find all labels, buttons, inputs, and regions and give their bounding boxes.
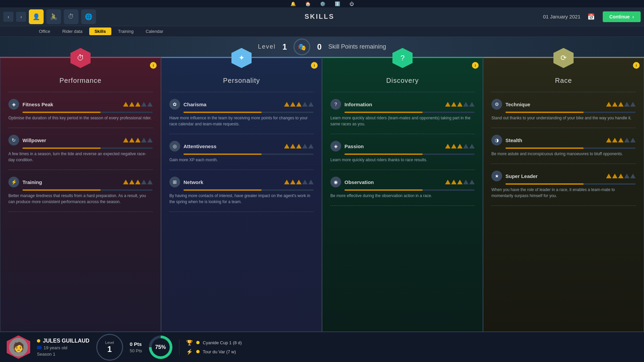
player-avatar-hex: 🎭 [293,39,310,55]
progress-value: 75% [152,338,170,356]
super-leader-name: Super Leader [505,173,603,179]
card-performance: ⏱ i Performance ◈ Fitness Peak Optimise … [0,57,161,332]
nav-date: 01 January 2021 [543,14,581,19]
home-icon[interactable]: 🏠 [305,1,311,6]
level-circle: Level 1 [96,334,123,361]
super-leader-icon: ★ [491,171,502,181]
player-avatar: 🧑 [9,338,28,357]
player-info: JULES GUILLAUD 19 years old Season 1 [37,338,90,357]
races-section: 🏆 Cyanide Cup 1 (8 d) ⚡ Tour du Var (7 w… [179,340,637,355]
skills-grid: ⏱ i Performance ◈ Fitness Peak Optimise … [0,57,644,332]
charisma-stars [284,102,314,107]
level-banner: Level 1 🎭 0 Skill Points remaining [0,37,644,57]
card-personality: ✦ i Personality ✿ Charisma Have more inf… [161,57,322,332]
power-icon[interactable]: ⏻ [350,1,354,6]
continue-label: Continue [609,14,630,19]
willpower-name: Willpower [22,137,120,143]
training-desc: Better manage tiredness that results fro… [8,193,153,205]
nav-back[interactable]: ‹ [3,12,13,22]
attentiveness-name: Attentiveness [183,143,281,149]
top-bar: 🔔 🏠 ⚙️ ℹ️ ⏻ [0,0,644,7]
skill-observation: ◉ Observation Be more effective during t… [330,173,475,202]
tab-rider-data[interactable]: Rider data [57,27,88,35]
charisma-icon: ✿ [169,99,180,110]
personality-info-btn[interactable]: i [311,62,318,69]
technique-stars [606,102,636,107]
player-age: 19 years old [37,345,90,350]
skill-information: ? Information Learn more quickly about r… [330,96,475,130]
tab-calendar[interactable]: Calendar [140,27,169,35]
skill-willpower: ↻ Willpower A few times in a season, tur… [8,131,153,166]
personality-title: Personality [169,77,314,84]
technique-icon: ⚙ [491,99,502,110]
continue-button[interactable]: Continue › [603,11,641,22]
race-info-btn[interactable]: i [633,62,640,69]
skill-stealth: ◑ Stealth Be more astute and inconspicuo… [491,131,636,160]
race-label-1: Cyanide Cup 1 (8 d) [203,340,242,345]
trophy-icon: 🏆 [186,340,193,346]
fitness-peak-icon: ◈ [8,99,19,110]
bell-icon[interactable]: 🔔 [290,1,296,6]
nav-icon-riders[interactable]: 🚴 [46,9,61,24]
nav-icon-clock[interactable]: ⏱ [64,9,78,24]
nav-bar: ‹ › 👤 🚴 ⏱ 🌐 SKILLS 01 January 2021 📅 Con… [0,7,644,26]
passion-name: Passion [344,143,442,149]
passion-icon: ◈ [330,141,341,152]
charisma-name: Charisma [183,102,281,107]
observation-name: Observation [344,179,442,185]
performance-info-btn[interactable]: i [150,62,157,69]
card-race: ⟳ i Race ⚙ Technique Stand out thanks to… [483,57,644,332]
calendar-icon[interactable]: 📅 [587,13,595,20]
training-icon: ⚡ [8,177,19,187]
flag-icon [37,346,42,349]
willpower-icon: ↻ [8,135,19,145]
discovery-info-btn[interactable]: i [472,62,479,69]
training-stars [123,180,153,184]
super-leader-stars [606,174,636,178]
race-item-1: 🏆 Cyanide Cup 1 (8 d) [186,340,637,346]
attentiveness-desc: Gain more XP each month. [169,157,314,163]
super-leader-desc: When you have the role of leader in a ra… [491,187,636,199]
level-value: 1 [282,42,287,52]
stealth-name: Stealth [505,137,603,143]
stealth-icon: ◑ [491,135,502,145]
level-label: Level [258,43,276,50]
page-title: SKILLS [99,13,540,20]
player-season: Season 1 [37,352,90,357]
skill-super-leader: ★ Super Leader When you have the role of… [491,167,636,202]
skill-charisma: ✿ Charisma Have more influence in the te… [169,96,314,130]
level-circle-label: Level [105,341,114,345]
observation-stars [445,180,475,184]
tab-office[interactable]: Office [34,27,56,35]
attentiveness-stars [284,144,314,148]
player-hex-avatar: 🧑 [7,336,30,359]
race-item-2: ⚡ Tour du Var (7 w) [186,349,637,355]
observation-icon: ◉ [330,177,341,187]
nav-icon-globe[interactable]: 🌐 [81,9,96,24]
willpower-desc: A few times in a season, turn the tide a… [8,151,153,163]
gear-icon[interactable]: ⚙️ [320,1,325,6]
pts-total: 50 Pts [130,348,142,353]
race-title: Race [491,77,636,84]
tab-bar: Office Rider data Skills Training Calend… [0,26,644,37]
fitness-peak-desc: Optimise the duration of this key period… [8,115,153,121]
nav-forward[interactable]: › [16,12,26,22]
skill-passion: ◈ Passion Learn more quickly about rider… [330,137,475,166]
network-icon: ⊞ [169,177,180,187]
player-name: JULES GUILLAUD [37,338,90,344]
skill-fitness-peak: ◈ Fitness Peak Optimise the duration of … [8,96,153,124]
observation-desc: Be more effective during the observation… [330,193,475,199]
information-name: Information [344,102,442,107]
card-discovery: ? i Discovery ? Information Learn more q… [322,57,483,332]
network-desc: By having more contacts of interest, hav… [169,193,314,205]
stealth-desc: Be more astute and inconspicuous during … [491,151,636,157]
info-icon[interactable]: ℹ️ [335,1,340,6]
level-circle-num: 1 [107,345,112,354]
willpower-stars [123,138,153,142]
fitness-peak-name: Fitness Peak [22,102,120,107]
pts-current: 0 Pts [130,341,142,347]
tab-skills[interactable]: Skills [89,27,111,35]
nav-icon-person[interactable]: 👤 [29,9,44,24]
tab-training[interactable]: Training [113,27,139,35]
training-name: Training [22,179,120,185]
